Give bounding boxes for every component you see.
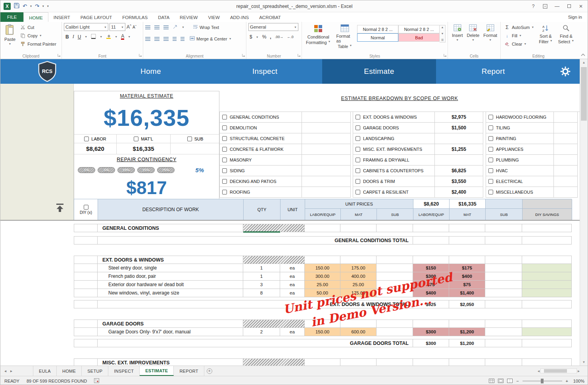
ext-sub[interactable] — [485, 289, 522, 297]
copy-button[interactable]: Copy ▼ — [18, 31, 58, 40]
macro-record-icon[interactable] — [94, 378, 99, 384]
scope-amount[interactable]: $1,500 — [435, 123, 483, 133]
checkbox-icon[interactable] — [355, 147, 360, 152]
unit-price-sub[interactable] — [377, 328, 413, 336]
sheet-tab-inspect[interactable]: INSPECT — [108, 366, 140, 376]
scope-item[interactable]: CARPET & RESILIENT — [353, 187, 435, 198]
scope-item[interactable]: ROOFING — [219, 187, 302, 198]
align-left-icon[interactable] — [145, 37, 150, 41]
diy-cell[interactable] — [74, 281, 98, 289]
tab-view[interactable]: VIEW — [203, 12, 225, 22]
zoom-slider[interactable] — [523, 381, 562, 381]
unit-price-mat[interactable]: 25.00 — [340, 281, 377, 289]
scope-item[interactable]: ELECTRICAL — [486, 176, 554, 187]
item-unit[interactable]: ea — [280, 328, 305, 336]
orientation-icon[interactable] — [173, 24, 178, 30]
tab-page-layout[interactable]: PAGE LAYOUT — [75, 12, 117, 22]
contingency-5pct-button[interactable]: 5% — [98, 167, 115, 173]
scope-amount[interactable] — [554, 176, 578, 187]
tab-insert[interactable]: INSERT — [48, 12, 75, 22]
item-description[interactable]: New windows, vinyl, average size — [98, 289, 243, 297]
sheet-tab-setup[interactable]: SETUP — [82, 366, 108, 376]
checkbox-icon[interactable] — [355, 136, 360, 141]
scope-amount[interactable] — [554, 187, 578, 198]
undo-dropdown-icon[interactable]: ▾ — [30, 4, 32, 8]
item-qty[interactable]: 2 — [243, 328, 280, 336]
hatched-cell[interactable] — [243, 358, 305, 366]
item-description[interactable]: Garage Doors Only- 9'x7' door, manual — [98, 328, 243, 336]
unit-price-mat[interactable]: 175.00 — [340, 264, 377, 272]
checkbox-icon[interactable] — [222, 125, 227, 130]
scroll-right-icon[interactable]: ▸ — [578, 369, 580, 373]
insert-cells-button[interactable]: Insert ▼ — [450, 23, 465, 42]
find-select-button[interactable]: Find & Select▼ — [556, 23, 576, 48]
scope-amount[interactable] — [302, 187, 351, 198]
diy-savings-cell[interactable] — [522, 264, 572, 272]
scope-item[interactable]: TILING — [486, 123, 554, 133]
ext-labor[interactable]: $150 — [413, 264, 449, 272]
font-color-button[interactable]: A — [121, 34, 124, 40]
scope-item[interactable]: MISCELLANEOUS — [486, 187, 554, 198]
merge-center-button[interactable]: Merge & Center ▼ — [188, 35, 233, 43]
scope-item[interactable]: CABINETS & COUNTERTOPS — [353, 166, 435, 176]
hatched-cell[interactable] — [243, 320, 305, 328]
unit-price-sub[interactable] — [377, 264, 413, 272]
jump-to-top-button[interactable] — [54, 202, 66, 214]
checkbox-icon[interactable] — [134, 137, 138, 141]
redo-dropdown-icon[interactable]: ▾ — [42, 4, 44, 8]
unit-price-labor[interactable]: 50.00 — [305, 289, 340, 297]
zoom-slider-thumb[interactable] — [541, 379, 544, 383]
clipboard-dialog-launcher-icon[interactable] — [57, 53, 61, 58]
diy-savings-cell[interactable] — [522, 328, 572, 336]
comma-style-button[interactable]: , — [270, 34, 271, 40]
item-qty[interactable]: 1 — [243, 264, 280, 272]
tab-add-ins[interactable]: ADD-INS — [225, 12, 254, 22]
scope-amount[interactable] — [435, 133, 483, 144]
ext-sub[interactable] — [485, 328, 522, 336]
scope-amount[interactable] — [554, 166, 578, 176]
format-as-table-button[interactable]: Format as Table▼ — [334, 23, 355, 50]
scope-amount[interactable] — [435, 155, 483, 166]
increase-decimal-button[interactable]: .00→ — [275, 35, 284, 39]
scope-amount[interactable] — [554, 155, 578, 166]
scroll-down-icon[interactable]: ▼ — [580, 359, 588, 366]
scope-item[interactable]: STRUCTURAL CONCRETE — [219, 133, 302, 144]
checkbox-icon[interactable] — [488, 179, 493, 184]
scope-item[interactable]: EXT. DOORS & WINDOWS — [353, 112, 435, 123]
item-description[interactable]: Exterior door hardware w/ dead bolt — [98, 281, 243, 289]
ext-labor[interactable]: $300 — [413, 272, 449, 281]
sheet-tab-eula[interactable]: EULA — [33, 366, 57, 376]
italic-button[interactable]: I — [73, 34, 74, 40]
checkbox-icon[interactable] — [222, 168, 227, 173]
unit-price-mat[interactable]: 600.00 — [340, 328, 377, 336]
align-top-icon[interactable] — [145, 25, 150, 29]
labor-toggle[interactable]: LABOR — [74, 135, 117, 143]
horizontal-scroll-thumb[interactable] — [544, 369, 567, 373]
item-unit[interactable]: ea — [280, 264, 305, 272]
sheet-tab-report[interactable]: REPORT — [174, 366, 204, 376]
item-description[interactable]: French patio door, pair — [98, 272, 243, 281]
checkbox-icon[interactable] — [355, 158, 360, 162]
scope-amount[interactable] — [302, 112, 351, 123]
nav-item-report[interactable]: Report — [436, 59, 550, 84]
scope-amount[interactable] — [554, 133, 578, 144]
unit-price-labor[interactable]: 300.00 — [305, 272, 340, 281]
cell-style-option[interactable]: Normal 2 8 2 ... — [398, 25, 440, 33]
font-size-combobox[interactable]: 11▼ — [110, 23, 125, 31]
underline-button[interactable]: U — [78, 34, 81, 40]
item-qty[interactable]: 3 — [243, 281, 280, 289]
checkbox-icon[interactable] — [222, 179, 227, 184]
gallery-down-icon[interactable]: ▼ — [441, 32, 444, 35]
scroll-left-icon[interactable]: ◂ — [538, 369, 540, 373]
excel-app-icon[interactable]: X — [4, 3, 11, 10]
checkbox-icon[interactable] — [222, 115, 227, 119]
cell-style-option[interactable]: Normal 2 8 2 ... — [357, 25, 398, 33]
scope-item[interactable]: MISC. EXT. IMPROVEMENTS — [353, 144, 435, 155]
scope-amount[interactable]: $2,975 — [435, 112, 483, 123]
diy-cell[interactable] — [74, 320, 98, 328]
unit-price-mat[interactable]: 400.00 — [340, 272, 377, 281]
vertical-scroll-thumb[interactable] — [581, 67, 587, 121]
format-painter-button[interactable]: Format Painter — [18, 40, 58, 48]
labor-total[interactable]: $8,620 — [74, 143, 117, 154]
fill-color-button[interactable] — [106, 34, 111, 40]
